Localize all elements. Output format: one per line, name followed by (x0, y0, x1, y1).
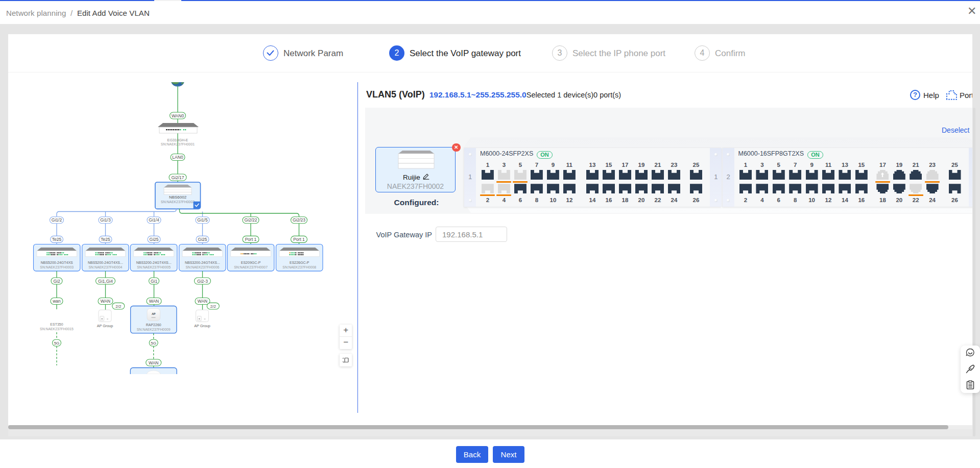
svg-text:Port 1: Port 1 (245, 237, 257, 242)
svg-text:Gi25: Gi25 (198, 237, 207, 242)
svg-text:Gi2/17: Gi2/17 (171, 175, 184, 180)
svg-text:Te25: Te25 (101, 237, 110, 242)
svg-text:Gi2/22: Gi2/22 (244, 217, 257, 223)
svg-text:Gi1: Gi1 (151, 279, 158, 284)
svg-text:SN:NAEK237FH0005: SN:NAEK237FH0005 (137, 265, 171, 269)
svg-text:ES226GC-P: ES226GC-P (290, 261, 309, 264)
svg-text:Gi1/5: Gi1/5 (197, 217, 208, 223)
svg-text:5G: 5G (54, 341, 60, 346)
svg-text:wan: wan (52, 299, 61, 304)
svg-text:NBS6002: NBS6002 (169, 195, 187, 200)
svg-text:Gi25: Gi25 (150, 237, 159, 242)
svg-text:WAN: WAN (101, 299, 111, 304)
svg-text:SN:NAEK237FH0006: SN:NAEK237FH0006 (185, 265, 219, 269)
svg-text:EST350: EST350 (50, 323, 63, 326)
svg-text:5G: 5G (151, 341, 156, 346)
svg-text:AP: AP (152, 312, 156, 315)
svg-text:AP Group: AP Group (97, 324, 113, 328)
svg-text:Gi2: Gi2 (53, 279, 60, 284)
svg-text:WAN: WAN (149, 360, 159, 365)
svg-text:Port 1: Port 1 (293, 237, 305, 242)
svg-text:EG310GH-E: EG310GH-E (168, 138, 188, 142)
svg-text:SN:NAEK237FH0007: SN:NAEK237FH0007 (234, 265, 268, 269)
svg-text:Gi2/23: Gi2/23 (293, 217, 305, 223)
svg-text:Gi1/2: Gi1/2 (52, 217, 62, 223)
svg-text:NBS3200-24GT4XS...: NBS3200-24GT4XS... (185, 261, 220, 264)
svg-text:SN:NAEK237FH0001: SN:NAEK237FH0001 (161, 142, 195, 146)
svg-text:SN:NAEK237FH0009: SN:NAEK237FH0009 (137, 328, 171, 331)
svg-text:WAN: WAN (198, 299, 208, 304)
svg-text:Te25: Te25 (52, 237, 62, 242)
svg-text:SN:NAEK237FH0004: SN:NAEK237FH0004 (89, 265, 123, 269)
svg-text:WAN: WAN (149, 299, 159, 304)
svg-text:Gi2-3: Gi2-3 (197, 279, 208, 284)
svg-text:NBS5200-24GT4XS...: NBS5200-24GT4XS... (88, 261, 123, 264)
svg-text:Gi1/3: Gi1/3 (100, 217, 111, 223)
svg-text:Gi1,Gi4: Gi1,Gi4 (98, 279, 113, 284)
svg-text:2/2: 2/2 (210, 304, 217, 309)
svg-text:RAP2260: RAP2260 (146, 323, 161, 327)
svg-text:ES209GC-P: ES209GC-P (241, 261, 261, 264)
svg-text:Gi1/4: Gi1/4 (149, 217, 159, 223)
svg-text:SN:NAEK237FH0003: SN:NAEK237FH0003 (40, 265, 74, 269)
svg-text:NBS5200-24GT4XS: NBS5200-24GT4XS (41, 261, 73, 264)
svg-text:SN:NAEK237FH0002: SN:NAEK237FH0002 (161, 200, 195, 204)
svg-text:2/2: 2/2 (115, 304, 122, 309)
svg-text:WAN0: WAN0 (172, 113, 184, 118)
svg-text:SN:NAEK237FH0015: SN:NAEK237FH0015 (40, 327, 74, 331)
svg-text:LAN0: LAN0 (172, 155, 183, 160)
svg-text:SN:NAEK237FH0008: SN:NAEK237FH0008 (282, 265, 316, 269)
svg-text:NBS3200-24GT4XS...: NBS3200-24GT4XS... (136, 261, 172, 264)
svg-text:AP Group: AP Group (194, 324, 210, 328)
